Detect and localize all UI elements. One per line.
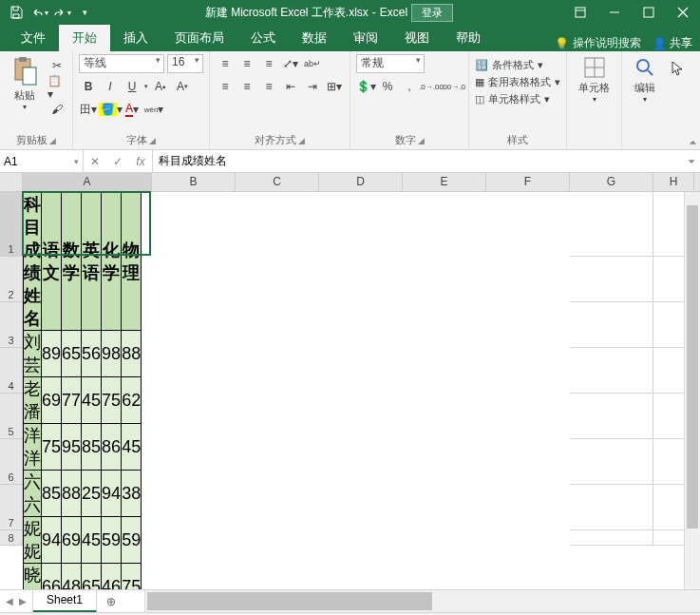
name-cell[interactable]: 洋洋: [24, 424, 42, 471]
name-cell[interactable]: 六六: [24, 471, 42, 517]
conditional-format-button[interactable]: 🔢条件格式▾: [475, 58, 543, 72]
data-cell[interactable]: 85: [42, 471, 62, 517]
align-top-button[interactable]: ≡: [216, 54, 235, 73]
row-header-2[interactable]: 2: [0, 257, 23, 302]
header-cell[interactable]: 化学: [102, 193, 122, 331]
data-cell[interactable]: 86: [102, 424, 122, 471]
scrollbar-thumb[interactable]: [147, 592, 432, 610]
header-cell[interactable]: 物理: [122, 193, 142, 331]
cell-styles-button[interactable]: ◫单元格样式▾: [475, 92, 550, 106]
row-header-5[interactable]: 5: [0, 394, 23, 439]
select-all-cell[interactable]: [0, 173, 23, 191]
font-launcher[interactable]: ◢: [149, 136, 156, 145]
name-cell[interactable]: 刘芸: [24, 331, 42, 377]
tell-me-search[interactable]: 💡 操作说明搜索: [555, 35, 641, 51]
font-color-button[interactable]: A▾: [123, 100, 142, 119]
header-cell[interactable]: 语文: [42, 193, 62, 331]
tab-help[interactable]: 帮助: [443, 25, 494, 51]
col-header-d[interactable]: D: [319, 173, 403, 191]
empty-cell[interactable]: [570, 394, 653, 439]
data-cell[interactable]: 69: [42, 377, 62, 424]
col-header-f[interactable]: F: [486, 173, 570, 191]
col-header-c[interactable]: C: [236, 173, 319, 191]
data-cell[interactable]: 62: [122, 377, 142, 424]
format-painter-button[interactable]: 🖌: [47, 100, 66, 119]
row-header-4[interactable]: 4: [0, 348, 23, 394]
empty-cell[interactable]: [570, 257, 653, 302]
col-header-g[interactable]: G: [570, 173, 653, 191]
name-cell[interactable]: 晓阳: [24, 564, 42, 590]
empty-cell[interactable]: [570, 439, 653, 485]
row-header-8[interactable]: 8: [0, 530, 23, 546]
decrease-font-button[interactable]: A▾: [173, 77, 192, 96]
tab-insert[interactable]: 插入: [110, 25, 161, 51]
add-sheet-button[interactable]: ⊕: [97, 590, 125, 612]
header-cell[interactable]: 英语: [82, 193, 102, 331]
number-format-select[interactable]: 常规: [356, 54, 425, 73]
align-middle-button[interactable]: ≡: [237, 54, 256, 73]
col-header-a[interactable]: A: [23, 173, 152, 191]
wrap-text-button[interactable]: ab↵: [303, 54, 322, 73]
empty-cell[interactable]: [570, 530, 653, 546]
sheet-tab-sheet1[interactable]: Sheet1: [33, 590, 97, 612]
data-cell[interactable]: 94: [102, 471, 122, 517]
data-cell[interactable]: 85: [82, 424, 102, 471]
redo-button[interactable]: ▾: [51, 2, 72, 23]
increase-decimal-button[interactable]: .0→.00: [422, 77, 441, 96]
scrollbar-thumb[interactable]: [687, 205, 698, 529]
row-header-7[interactable]: 7: [0, 485, 23, 530]
border-button[interactable]: 田▾: [79, 100, 98, 119]
empty-cell[interactable]: [570, 302, 653, 348]
header-cell[interactable]: 科目成绩姓名: [24, 193, 42, 331]
name-cell[interactable]: 妮妮: [24, 517, 42, 564]
data-cell[interactable]: 94: [42, 517, 62, 564]
font-name-select[interactable]: 等线: [79, 54, 164, 73]
data-cell[interactable]: 59: [102, 517, 122, 564]
enter-formula-button[interactable]: ✓: [106, 155, 129, 168]
ribbon-options-button[interactable]: [563, 0, 597, 25]
data-cell[interactable]: 75: [102, 377, 122, 424]
increase-indent-button[interactable]: ⇥: [303, 77, 322, 96]
data-cell[interactable]: 25: [82, 471, 102, 517]
clipboard-launcher[interactable]: ◢: [49, 136, 56, 145]
sheet-nav-next[interactable]: ▶: [19, 596, 27, 606]
save-button[interactable]: [6, 2, 27, 23]
tab-layout[interactable]: 页面布局: [161, 25, 237, 51]
data-cell[interactable]: 75: [122, 564, 142, 590]
tab-file[interactable]: 文件: [8, 25, 59, 51]
qat-customize[interactable]: ▾: [74, 2, 95, 23]
data-cell[interactable]: 77: [62, 377, 82, 424]
header-cell[interactable]: 数学: [62, 193, 82, 331]
data-cell[interactable]: 45: [122, 424, 142, 471]
data-cell[interactable]: 88: [122, 331, 142, 377]
phonetic-button[interactable]: wén▾: [144, 100, 163, 119]
decrease-decimal-button[interactable]: .00→.0: [444, 77, 463, 96]
maximize-button[interactable]: [632, 0, 666, 25]
close-button[interactable]: [666, 0, 700, 25]
collapse-ribbon-button[interactable]: ⏶: [689, 137, 698, 147]
number-launcher[interactable]: ◢: [418, 136, 425, 145]
data-cell[interactable]: 89: [42, 331, 62, 377]
data-cell[interactable]: 45: [82, 517, 102, 564]
table-format-button[interactable]: ▦套用表格格式▾: [475, 75, 560, 89]
cancel-formula-button[interactable]: ✕: [84, 155, 106, 168]
empty-cell[interactable]: [570, 348, 653, 394]
vertical-scrollbar[interactable]: [684, 192, 700, 589]
empty-cell[interactable]: [570, 192, 653, 257]
fill-color-button[interactable]: 🪣▾: [101, 100, 120, 119]
percent-button[interactable]: %: [378, 77, 397, 96]
underline-button[interactable]: U: [123, 77, 142, 96]
italic-button[interactable]: I: [101, 77, 120, 96]
align-left-button[interactable]: ≡: [216, 77, 235, 96]
tab-review[interactable]: 审阅: [340, 25, 391, 51]
data-cell[interactable]: 56: [82, 331, 102, 377]
row-header-6[interactable]: 6: [0, 439, 23, 485]
tab-formulas[interactable]: 公式: [237, 25, 289, 51]
data-cell[interactable]: 65: [82, 564, 102, 590]
data-cell[interactable]: 95: [62, 424, 82, 471]
data-cell[interactable]: 59: [122, 517, 142, 564]
minimize-button[interactable]: [597, 0, 632, 25]
comma-button[interactable]: ,: [400, 77, 419, 96]
formula-input[interactable]: 科目成绩姓名: [153, 150, 683, 172]
decrease-indent-button[interactable]: ⇤: [281, 77, 300, 96]
